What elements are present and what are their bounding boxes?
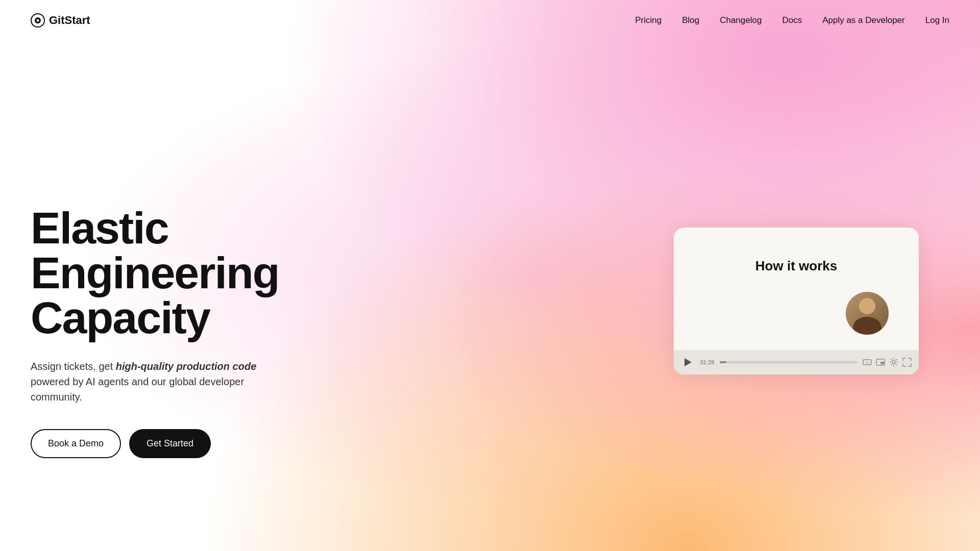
logo[interactable]: GitStart (31, 13, 90, 28)
nav-link-blog[interactable]: Blog (682, 15, 699, 26)
pip-icon[interactable] (876, 358, 885, 367)
hero-subtitle: Assign tickets, get high-quality product… (31, 359, 276, 405)
book-demo-button[interactable]: Book a Demo (31, 429, 121, 458)
hero-subtitle-start: Assign tickets, get (31, 361, 116, 372)
get-started-button[interactable]: Get Started (129, 429, 211, 458)
fullscreen-icon[interactable] (902, 358, 912, 367)
video-thumbnail-area (694, 290, 898, 326)
nav-link-login[interactable]: Log In (925, 15, 949, 26)
svg-point-7 (892, 361, 895, 364)
logo-text: GitStart (49, 14, 90, 27)
hero-title-line2: Engineering (31, 247, 279, 298)
hero-section: Elastic Engineering Capacity Assign tick… (31, 185, 279, 458)
nav-link-changelog[interactable]: Changelog (720, 15, 762, 26)
avatar (844, 290, 890, 336)
progress-bar-fill (720, 361, 727, 363)
video-card: How it works 01:28 CC (674, 228, 919, 374)
svg-text:CC: CC (865, 361, 870, 364)
time-label: 01:28 (700, 359, 715, 365)
main-content: Elastic Engineering Capacity Assign tick… (0, 41, 980, 551)
hero-buttons: Book a Demo Get Started (31, 429, 279, 458)
hero-subtitle-end: powered by AI agents and our global deve… (31, 376, 244, 403)
play-button[interactable] (681, 355, 695, 369)
progress-bar[interactable] (720, 361, 857, 363)
settings-icon[interactable] (889, 358, 898, 367)
navigation: GitStart Pricing Blog Changelog Docs App… (0, 0, 980, 41)
logo-icon (31, 13, 45, 28)
video-card-body: How it works (674, 228, 919, 350)
video-controls: 01:28 CC (674, 350, 919, 374)
nav-link-pricing[interactable]: Pricing (635, 15, 662, 26)
video-title: How it works (694, 258, 898, 274)
cc-icon[interactable]: CC (863, 358, 872, 367)
hero-subtitle-bold: high-quality production code (116, 361, 257, 372)
nav-link-apply[interactable]: Apply as a Developer (822, 15, 905, 26)
video-actions: CC (863, 358, 912, 367)
nav-links: Pricing Blog Changelog Docs Apply as a D… (635, 15, 949, 26)
nav-link-docs[interactable]: Docs (782, 15, 802, 26)
avatar-face (846, 292, 889, 335)
play-icon (684, 358, 692, 366)
hero-title-line1: Elastic (31, 203, 168, 253)
hero-title-line3: Capacity (31, 292, 210, 343)
svg-rect-6 (880, 362, 884, 364)
svg-point-2 (37, 19, 39, 22)
hero-title: Elastic Engineering Capacity (31, 206, 279, 340)
